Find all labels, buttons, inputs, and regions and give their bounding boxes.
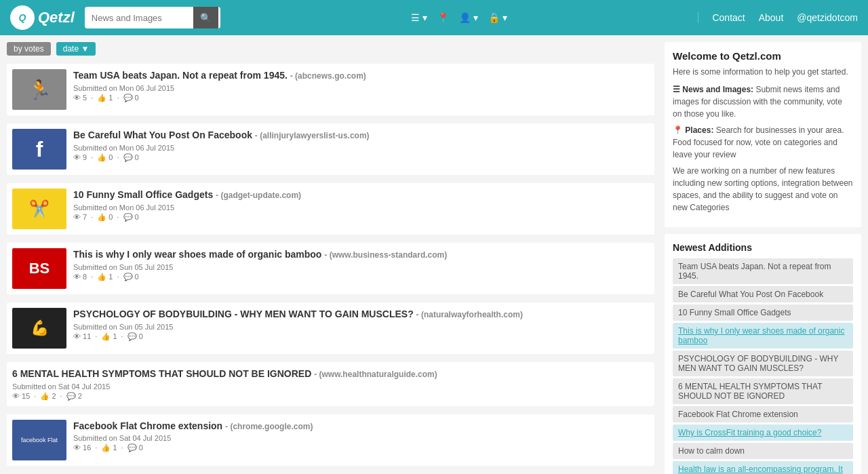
news-images-icon: ☰ News and Images: (673, 85, 753, 94)
news-thumbnail: ✂️ (12, 189, 66, 229)
news-item-wide: 6 MENTAL HEALTH SYMPTOMS THAT SHOULD NOT… (7, 362, 654, 406)
news-link[interactable]: Be Careful What You Post On Facebook - (… (73, 130, 370, 140)
news-meta: Submitted on Mon 06 Jul 2015 (73, 84, 649, 92)
newest-item[interactable]: Health law is an all-encompassing progra… (673, 461, 853, 474)
stat-views: 👁 7 (73, 213, 87, 222)
nav-about[interactable]: About (759, 12, 784, 23)
stat-views: 👁 5 (73, 94, 87, 102)
newest-additions-box: Newest Additions Team USA beats Japan. N… (665, 234, 861, 474)
news-content: Team USA beats Japan. Not a repeat from … (73, 69, 649, 110)
filter-by-votes[interactable]: by votes (7, 42, 51, 56)
welcome-box: Welcome to Qetzl.com Here is some inform… (665, 42, 861, 227)
news-source: - (www.healthnaturalguide.com) (314, 370, 437, 379)
news-link[interactable]: 6 MENTAL HEALTH SYMPTOMS THAT SHOULD NOT… (12, 368, 437, 379)
stat-comments: 💬 0 (123, 213, 139, 222)
news-stats: 👁 7 · 👍 0 · 💬 0 (73, 213, 649, 222)
news-title[interactable]: Facebook Flat Chrome extension - (chrome… (73, 420, 649, 433)
stat-views: 👁 15 (12, 392, 30, 401)
news-stats: 👁 16 · 👍 1 · 💬 0 (73, 443, 649, 452)
news-meta: Submitted on Sat 04 Jul 2015 (73, 434, 649, 442)
news-source: - (gadget-update.com) (216, 191, 301, 200)
newest-item[interactable]: Be Careful What You Post On Facebook (673, 286, 853, 302)
newest-item[interactable]: This is why I only wear shoes made of or… (673, 323, 853, 349)
newest-item[interactable]: PSYCHOLOGY OF BODYBUILDING - WHY MEN WAN… (673, 351, 853, 376)
news-title-wide[interactable]: 6 MENTAL HEALTH SYMPTOMS THAT SHOULD NOT… (12, 368, 649, 380)
logo-icon: Q (10, 5, 35, 30)
stat-comments: 💬 2 (66, 392, 82, 401)
news-source: - (chrome.google.com) (225, 422, 313, 431)
stat-views: 👁 16 (73, 443, 91, 452)
news-content: PSYCHOLOGY OF BODYBUILDING - WHY MEN WAN… (73, 308, 649, 349)
features-text: We are working on a number of new featur… (673, 165, 853, 214)
newest-item[interactable]: Team USA beats Japan. Not a repeat from … (673, 258, 853, 284)
search-input[interactable] (85, 9, 193, 27)
welcome-title: Welcome to Qetzl.com (673, 50, 853, 62)
news-title[interactable]: Be Careful What You Post On Facebook - (… (73, 129, 649, 142)
header-icons: ☰ ▾ 📍 👤 ▾ 🔒 ▾ (231, 12, 688, 23)
stat-views: 👁 8 (73, 273, 87, 281)
news-thumbnail: 🏃 (12, 69, 66, 110)
places-section: 📍 Places: Search for businesses in your … (673, 124, 853, 161)
stat-views: 👁 11 (73, 332, 91, 341)
welcome-intro: Here is some information to help you get… (673, 66, 853, 78)
news-title[interactable]: 10 Funny Small Office Gadgets - (gadget-… (73, 189, 649, 201)
news-stats: 👁 9 · 👍 0 · 💬 0 (73, 153, 649, 162)
newest-item[interactable]: 6 MENTAL HEALTH SYMPTOMS THAT SHOULD NOT… (673, 378, 853, 404)
news-stats: 👁 11 · 👍 1 · 💬 0 (73, 332, 649, 341)
news-content: This is why I only wear shoes made of or… (73, 248, 649, 289)
news-content: 10 Funny Small Office Gadgets - (gadget-… (73, 189, 649, 229)
logo-text: Qetzl (38, 9, 75, 26)
news-source: - (allinjurylawyerslist-us.com) (255, 131, 370, 140)
news-meta: Submitted on Sun 05 Jul 2015 (73, 263, 649, 271)
stat-comments: 💬 0 (123, 94, 139, 102)
newest-item[interactable]: Facebook Flat Chrome extension (673, 406, 853, 422)
filter-date[interactable]: date ▼ (56, 42, 96, 56)
stat-views: 👁 9 (73, 153, 87, 162)
news-title[interactable]: PSYCHOLOGY OF BODYBUILDING - WHY MEN WAN… (73, 308, 649, 321)
news-thumbnail: facebook Flat (12, 420, 66, 460)
news-stats: 👁 5 · 👍 1 · 💬 0 (73, 94, 649, 102)
logo[interactable]: Q Qetzl (10, 5, 75, 30)
stat-likes: 👍 2 (40, 392, 56, 401)
news-link[interactable]: 10 Funny Small Office Gadgets - (gadget-… (73, 189, 301, 200)
stat-sep2: · (117, 94, 119, 102)
user-button[interactable]: 👤 ▾ (459, 12, 478, 23)
stat-likes: 👍 0 (97, 153, 113, 162)
search-button[interactable]: 🔍 (193, 7, 218, 28)
news-content: Facebook Flat Chrome extension - (chrome… (73, 420, 649, 460)
newest-item[interactable]: How to calm down (673, 443, 853, 459)
news-title[interactable]: Team USA beats Japan. Not a repeat from … (73, 69, 649, 82)
news-link[interactable]: Facebook Flat Chrome extension - (chrome… (73, 420, 313, 431)
stat-comments: 💬 0 (123, 273, 139, 281)
news-link[interactable]: This is why I only wear shoes made of or… (73, 249, 447, 260)
news-item: facebook Flat Facebook Flat Chrome exten… (7, 414, 654, 466)
newest-item[interactable]: 10 Funny Small Office Gadgets (673, 304, 853, 321)
stat-likes: 👍 1 (97, 273, 113, 281)
news-meta: Submitted on Mon 06 Jul 2015 (73, 144, 649, 152)
news-content: Be Careful What You Post On Facebook - (… (73, 129, 649, 170)
places-icon: 📍 Places: (673, 125, 713, 135)
main-container: by votes date ▼ 🏃 Team USA beats Japan. … (0, 35, 868, 474)
right-sidebar: Welcome to Qetzl.com Here is some inform… (665, 42, 861, 474)
lock-button[interactable]: 🔒 ▾ (488, 12, 507, 23)
places-button[interactable]: 📍 (437, 12, 449, 23)
search-bar: 🔍 (85, 7, 220, 28)
news-images-section: ☰ News and Images: Submit news items and… (673, 83, 853, 120)
news-item: f Be Careful What You Post On Facebook -… (7, 123, 654, 175)
stat-likes: 👍 1 (101, 443, 117, 452)
stat-likes: 👍 0 (97, 213, 113, 222)
news-item: BS This is why I only wear shoes made of… (7, 243, 654, 294)
stat-comments: 💬 0 (123, 153, 139, 162)
nav-contact[interactable]: Contact (712, 12, 745, 23)
newest-item[interactable]: Why is CrossFit training a good choice? (673, 424, 853, 441)
header-nav: Contact About @qetzidotcom (698, 12, 858, 23)
nav-account[interactable]: @qetzidotcom (797, 12, 858, 23)
news-source: - (www.business-standard.com) (324, 250, 447, 260)
news-item: 🏃 Team USA beats Japan. Not a repeat fro… (7, 64, 654, 115)
stat-sep: · (91, 94, 93, 102)
news-link[interactable]: Team USA beats Japan. Not a repeat from … (73, 70, 366, 81)
news-link[interactable]: PSYCHOLOGY OF BODYBUILDING - WHY MEN WAN… (73, 309, 523, 319)
menu-button[interactable]: ☰ ▾ (411, 12, 427, 23)
news-title[interactable]: This is why I only wear shoes made of or… (73, 248, 649, 261)
news-thumbnail: BS (12, 248, 66, 289)
